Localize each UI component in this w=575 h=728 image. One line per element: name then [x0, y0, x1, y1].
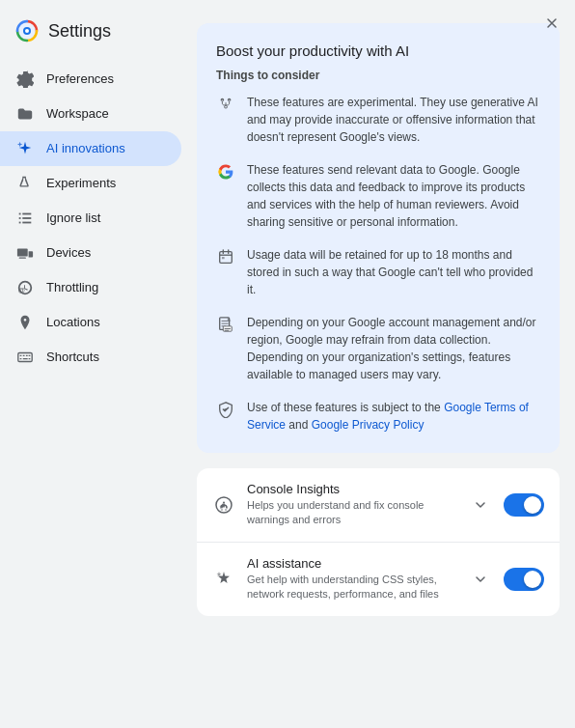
- app-logo-icon: [15, 19, 39, 42]
- google-icon: [216, 162, 235, 182]
- sidebar-item-label: Throttling: [46, 279, 98, 296]
- sidebar-item-label: Experiments: [46, 175, 116, 192]
- svg-rect-13: [20, 355, 22, 356]
- info-list-text: Use of these features is subject to the …: [247, 399, 540, 434]
- console-insights-toggle[interactable]: [504, 493, 544, 517]
- feature-desc: Get help with understanding CSS styles, …: [247, 573, 457, 602]
- svg-rect-16: [29, 355, 31, 356]
- document-icon: [216, 315, 235, 334]
- svg-point-2: [25, 29, 29, 33]
- sidebar-item-experiments[interactable]: Experiments: [0, 166, 181, 201]
- feature-row-ai-assistance: AI assistance Get help with understandin…: [197, 543, 560, 616]
- svg-rect-12: [18, 353, 32, 362]
- svg-rect-21: [222, 257, 225, 259]
- calendar-icon: [216, 247, 235, 266]
- svg-rect-15: [26, 355, 28, 356]
- sidebar-item-locations[interactable]: Locations: [0, 305, 181, 340]
- console-icon: ✦: [212, 493, 235, 517]
- sidebar: Settings Preferences Workspace AI innova…: [0, 0, 189, 728]
- throttle-icon: @: [15, 278, 35, 297]
- svg-rect-5: [19, 217, 21, 219]
- flask-icon: [15, 174, 35, 193]
- sidebar-item-label: Devices: [46, 244, 91, 262]
- info-list-text: Depending on your Google account managem…: [247, 314, 540, 383]
- console-insights-expand-icon[interactable]: [469, 493, 492, 517]
- svg-rect-18: [23, 358, 28, 359]
- app-title: Settings: [0, 8, 189, 62]
- list-icon: [15, 209, 35, 228]
- sidebar-item-label: Workspace: [46, 105, 109, 123]
- svg-rect-14: [23, 355, 25, 356]
- svg-rect-9: [17, 249, 28, 257]
- svg-rect-20: [220, 252, 233, 264]
- sidebar-item-label: Shortcuts: [46, 349, 99, 366]
- fork-icon: [216, 95, 235, 114]
- info-list-text: These features send relevant data to Goo…: [247, 161, 540, 231]
- sidebar-item-ai-innovations[interactable]: AI innovations: [0, 131, 181, 166]
- sidebar-item-ignore-list[interactable]: Ignore list: [0, 201, 181, 236]
- sidebar-item-label: Locations: [46, 314, 100, 331]
- sparkle-icon: [15, 139, 35, 158]
- svg-rect-19: [29, 358, 31, 359]
- info-box-subtitle: Things to consider: [216, 69, 540, 82]
- svg-rect-10: [19, 258, 26, 259]
- svg-rect-7: [19, 222, 21, 224]
- info-list-item: Depending on your Google account managem…: [216, 314, 540, 383]
- shield-icon: [216, 400, 235, 419]
- svg-rect-8: [22, 222, 31, 224]
- svg-rect-3: [19, 213, 21, 215]
- keyboard-icon: [15, 348, 35, 367]
- svg-text:@: @: [18, 286, 25, 294]
- info-list-item: Usage data will be retained for up to 18…: [216, 246, 540, 298]
- sidebar-item-label: AI innovations: [46, 140, 125, 157]
- sidebar-item-label: Preferences: [46, 70, 114, 88]
- svg-rect-4: [22, 213, 31, 215]
- info-list: These features are experimental. They us…: [216, 94, 540, 434]
- app-title-text: Settings: [48, 21, 111, 42]
- devices-icon: [15, 243, 35, 263]
- close-button[interactable]: [540, 12, 563, 35]
- info-list-item: Use of these features is subject to the …: [216, 399, 540, 434]
- svg-rect-17: [20, 358, 22, 359]
- feature-row-console-insights: ✦ Console Insights Helps you understand …: [197, 468, 560, 543]
- feature-card: ✦ Console Insights Helps you understand …: [197, 468, 560, 616]
- sidebar-item-shortcuts[interactable]: Shortcuts: [0, 340, 181, 375]
- info-list-item: These features send relevant data to Goo…: [216, 161, 540, 231]
- feature-name: AI assistance: [247, 556, 457, 571]
- info-list-text: Usage data will be retained for up to 18…: [247, 246, 540, 298]
- sidebar-item-throttling[interactable]: @ Throttling: [0, 270, 181, 305]
- sidebar-item-devices[interactable]: Devices: [0, 236, 181, 270]
- sidebar-item-preferences[interactable]: Preferences: [0, 62, 181, 97]
- info-list-text: These features are experimental. They us…: [247, 94, 540, 146]
- feature-desc: Helps you understand and fix console war…: [247, 498, 457, 528]
- folder-icon: [15, 104, 35, 124]
- ai-sparkle-icon: [212, 568, 235, 591]
- privacy-link[interactable]: Google Privacy Policy: [312, 418, 424, 432]
- info-box-title: Boost your productivity with AI: [216, 42, 540, 59]
- gear-icon: [15, 70, 35, 89]
- info-list-item: These features are experimental. They us…: [216, 94, 540, 146]
- svg-rect-6: [22, 217, 31, 219]
- ai-assistance-toggle[interactable]: [504, 568, 544, 591]
- location-icon: [15, 313, 35, 332]
- feature-ai-assistance-text: AI assistance Get help with understandin…: [247, 556, 457, 602]
- info-box: Boost your productivity with AI Things t…: [197, 23, 560, 453]
- sidebar-item-workspace[interactable]: Workspace: [0, 97, 181, 131]
- sidebar-item-label: Ignore list: [46, 210, 100, 227]
- feature-console-insights-text: Console Insights Helps you understand an…: [247, 482, 457, 528]
- ai-assistance-expand-icon[interactable]: [469, 568, 492, 591]
- svg-text:✦: ✦: [219, 502, 226, 511]
- feature-name: Console Insights: [247, 482, 457, 496]
- main-content: Boost your productivity with AI Things t…: [189, 0, 575, 728]
